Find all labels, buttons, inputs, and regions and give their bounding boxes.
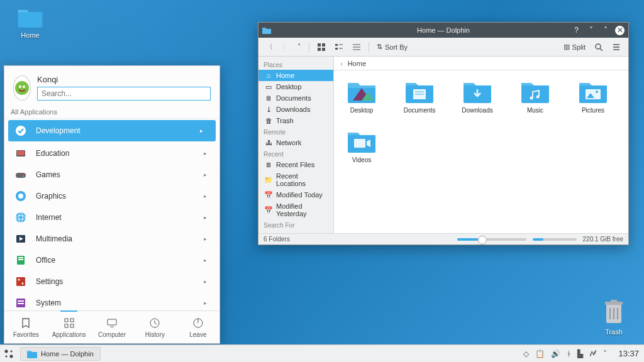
menu-button[interactable] [609, 41, 623, 53]
toolbar: 〈 〉 ˄ ⇅ Sort By ▥ Split [258, 38, 628, 57]
close-button[interactable]: ✕ [615, 26, 625, 35]
folder-item[interactable]: Documents [401, 79, 438, 114]
places-item-icon: ⌂ [265, 72, 272, 79]
chevron-right-icon: ▸ [200, 128, 203, 134]
category-label: Internet [36, 213, 62, 222]
svg-rect-30 [18, 300, 24, 302]
chevron-right-icon: › [340, 60, 343, 67]
folder-item[interactable]: Pictures [574, 79, 612, 114]
tray-network-icon[interactable]: ▙ [577, 349, 583, 358]
folder-label: Music [516, 107, 554, 114]
disk-usage-bar [533, 238, 577, 241]
svg-rect-31 [18, 303, 24, 304]
category-label: Graphics [36, 192, 66, 200]
svg-point-72 [596, 90, 598, 93]
tray-battery-icon[interactable]: 🗲 [589, 349, 597, 358]
nav-forward-button[interactable]: 〉 [279, 41, 291, 53]
main-pane: › Home DesktopDocumentsDownloadsMusicPic… [334, 57, 628, 233]
places-item-label: Documents [276, 94, 311, 102]
svg-point-9 [23, 85, 25, 88]
folder-item[interactable]: Music [516, 79, 554, 114]
nav-up-button[interactable]: ˄ [295, 41, 304, 52]
chevron-right-icon: ▸ [204, 193, 207, 199]
tab-computer[interactable]: Computer [91, 311, 133, 343]
grid-icon [64, 317, 75, 329]
places-item[interactable]: 📅Modified Today [258, 189, 333, 200]
tab-favorites[interactable]: Favorites [4, 311, 47, 343]
tray-expand-icon[interactable]: ˄ [603, 349, 607, 358]
folder-grid: DesktopDocumentsDownloadsMusicPicturesVi… [334, 70, 628, 233]
desktop-icon-trash[interactable]: Trash [595, 299, 633, 336]
app-category-system[interactable]: System ▸ [4, 292, 219, 310]
svg-rect-43 [322, 43, 325, 47]
split-button[interactable]: ▥ Split [561, 41, 588, 52]
places-item[interactable]: 🗎Recent Files [258, 159, 333, 170]
folder-icon [347, 79, 377, 104]
sort-button[interactable]: ⇅ Sort By [374, 41, 410, 52]
folder-icon [347, 129, 377, 154]
folder-icon [404, 79, 435, 104]
tab-leave[interactable]: Leave [177, 311, 219, 343]
taskbar: Home — Dolphin ◇ 📋 🔊 ᚼ ▙ 🗲 ˄ 13:37 [0, 344, 644, 362]
search-button[interactable] [592, 41, 606, 53]
minimize-button[interactable]: ˅ [586, 26, 596, 35]
folder-item[interactable]: Downloads [458, 79, 496, 114]
remote-section-header: Remote [258, 126, 333, 137]
task-label: Home — Dolphin [41, 350, 94, 358]
places-item[interactable]: 📅Modified Yesterday [258, 200, 333, 219]
tab-label: Applications [52, 331, 86, 338]
app-category-education[interactable]: Education ▸ [4, 143, 219, 164]
tray-clipboard-icon[interactable]: 📋 [535, 349, 545, 358]
chevron-right-icon: ▸ [204, 150, 207, 156]
tab-history[interactable]: History [133, 311, 176, 343]
svg-point-68 [536, 96, 540, 99]
app-category-office[interactable]: Office ▸ [4, 250, 219, 271]
maximize-button[interactable]: ˄ [601, 26, 610, 35]
svg-rect-24 [18, 257, 23, 258]
places-item-label: Network [276, 139, 301, 146]
view-compact-button[interactable] [332, 41, 346, 53]
clock[interactable]: 13:37 [613, 349, 644, 358]
titlebar[interactable]: Home — Dolphin ? ˅ ˄ ✕ [258, 23, 628, 38]
breadcrumb-item[interactable]: Home [348, 60, 366, 67]
launcher-tab-bar: Favorites Applications Computer History … [4, 310, 219, 343]
svg-rect-47 [335, 48, 338, 50]
tab-applications[interactable]: Applications [47, 311, 90, 343]
folder-item[interactable]: Desktop [343, 79, 380, 114]
places-item[interactable]: 🖧Network [258, 137, 333, 148]
user-avatar[interactable] [13, 75, 31, 101]
tray-bluetooth-icon[interactable]: ᚼ [567, 349, 571, 358]
places-item[interactable]: 🗑Trash [258, 115, 333, 126]
chevron-right-icon: ▸ [204, 300, 207, 306]
zoom-slider[interactable] [457, 238, 526, 241]
desktop-icon-home[interactable]: Home [11, 6, 49, 39]
places-item[interactable]: 🗎Documents [258, 92, 333, 104]
tray-notifications-icon[interactable]: ◇ [523, 349, 529, 358]
separator [369, 42, 369, 52]
app-category-graphics[interactable]: Graphics ▸ [4, 185, 219, 207]
disk-free-label: 220.1 GiB free [583, 236, 623, 243]
app-category-development[interactable]: Development ▸ [8, 120, 216, 141]
search-input[interactable] [37, 87, 211, 101]
places-item[interactable]: ⤓Downloads [258, 104, 333, 115]
view-details-button[interactable] [350, 41, 364, 53]
places-item[interactable]: ⌂Home [258, 70, 333, 81]
start-button[interactable] [0, 348, 18, 359]
app-category-settings[interactable]: Settings ▸ [4, 271, 219, 292]
view-icons-button[interactable] [314, 41, 328, 53]
nav-back-button[interactable]: 〈 [264, 41, 275, 53]
taskbar-entry-dolphin[interactable]: Home — Dolphin [20, 347, 101, 361]
app-category-multimedia[interactable]: Multimedia ▸ [4, 228, 219, 250]
places-item-label: Home [276, 72, 294, 79]
help-button[interactable]: ? [572, 26, 581, 35]
app-category-games[interactable]: Games ▸ [4, 164, 219, 185]
folder-item[interactable]: Videos [343, 129, 380, 163]
app-category-internet[interactable]: Internet ▸ [4, 207, 219, 228]
breadcrumb[interactable]: › Home [334, 57, 628, 70]
tray-volume-icon[interactable]: 🔊 [551, 349, 560, 358]
places-item[interactable]: 📁Recent Locations [258, 170, 333, 189]
multimedia-icon [14, 233, 27, 245]
places-item-label: Trash [276, 117, 294, 124]
svg-rect-42 [318, 43, 321, 47]
places-item[interactable]: ▭Desktop [258, 81, 333, 92]
